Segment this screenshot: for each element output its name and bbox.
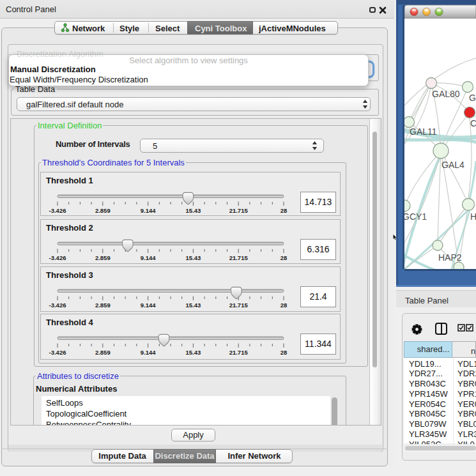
svg-text:-3.426: -3.426: [49, 302, 66, 309]
svg-text:GA: GA: [469, 93, 476, 103]
svg-text:28: 28: [280, 254, 288, 261]
svg-text:28: 28: [280, 207, 288, 214]
svg-text:15.43: 15.43: [186, 254, 201, 261]
svg-text:9.144: 9.144: [141, 254, 156, 261]
svg-text:-3.426: -3.426: [49, 207, 66, 214]
svg-text:9.144: 9.144: [141, 207, 156, 214]
svg-text:H: H: [470, 211, 476, 222]
svg-text:21.715: 21.715: [229, 207, 249, 214]
svg-text:21.715: 21.715: [229, 254, 249, 261]
svg-text:28: 28: [280, 302, 288, 309]
svg-text:C: C: [470, 118, 476, 128]
svg-text:-3.426: -3.426: [49, 349, 66, 356]
svg-text:-3.426: -3.426: [49, 254, 66, 261]
svg-text:2.859: 2.859: [95, 349, 111, 356]
svg-text:9.144: 9.144: [141, 302, 156, 309]
svg-text:15.43: 15.43: [186, 302, 201, 309]
svg-text:15.43: 15.43: [186, 349, 201, 356]
svg-text:15.43: 15.43: [186, 207, 201, 214]
svg-text:2.859: 2.859: [95, 207, 111, 214]
svg-text:21.715: 21.715: [229, 349, 249, 356]
svg-text:2.859: 2.859: [95, 302, 111, 309]
svg-text:21.715: 21.715: [229, 302, 249, 309]
svg-text:GAL11: GAL11: [410, 127, 437, 137]
svg-text:GCY1: GCY1: [403, 211, 427, 222]
svg-text:2.859: 2.859: [95, 254, 111, 261]
svg-text:GAL4: GAL4: [441, 160, 464, 170]
svg-text:9.144: 9.144: [141, 349, 156, 356]
svg-text:GAL80: GAL80: [432, 89, 460, 99]
svg-text:28: 28: [280, 349, 288, 356]
svg-text:HAP2: HAP2: [438, 252, 462, 263]
